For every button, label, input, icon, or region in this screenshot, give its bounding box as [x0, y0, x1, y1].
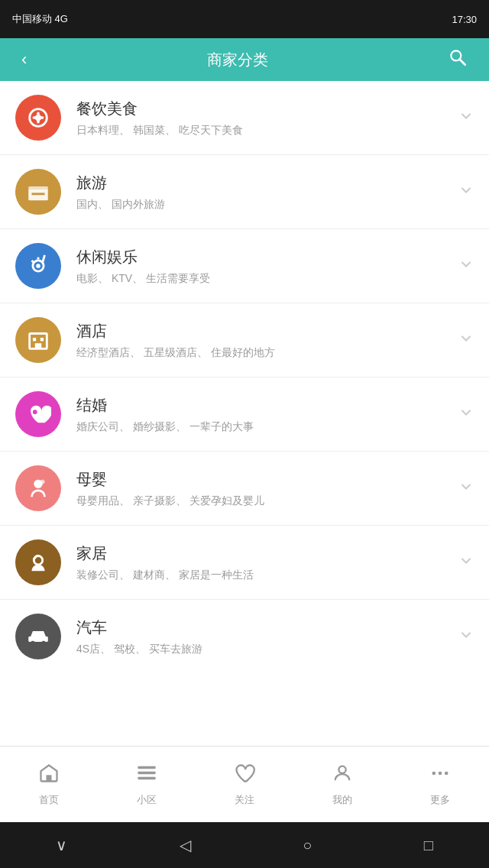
svg-point-9: [36, 264, 40, 268]
svg-rect-5: [32, 193, 45, 195]
car-icon: [15, 614, 61, 659]
home-icon: [15, 539, 61, 585]
baby-name: 母婴: [76, 469, 451, 490]
leisure-arrow: [458, 257, 474, 276]
community-icon: [136, 763, 157, 789]
svg-point-26: [338, 766, 345, 772]
svg-point-15: [33, 410, 37, 414]
mine-icon: [332, 763, 353, 789]
android-home-btn[interactable]: ○: [303, 837, 312, 854]
car-desc: 4S店、 驾校、 买车去旅游: [76, 643, 451, 656]
baby-arrow: [458, 479, 474, 498]
svg-point-27: [432, 771, 436, 775]
svg-rect-12: [33, 338, 36, 341]
more-icon: [429, 763, 451, 789]
leisure-icon: [15, 243, 61, 289]
svg-point-17: [40, 480, 45, 484]
food-name: 餐饮美食: [76, 99, 451, 119]
follow-icon: [234, 763, 255, 789]
home-name: 家居: [76, 543, 451, 564]
travel-desc: 国内、 国内外旅游: [76, 198, 451, 212]
tab-follow-label: 关注: [235, 793, 254, 807]
tab-bar: 首页 小区 关注 我的: [0, 746, 489, 822]
svg-rect-23: [138, 766, 155, 769]
svg-rect-25: [138, 776, 155, 779]
category-item-travel[interactable]: 旅游 国内、 国内外旅游: [0, 155, 489, 229]
category-item-hotel[interactable]: 酒店 经济型酒店、 五星级酒店、 住最好的地方: [0, 303, 489, 377]
svg-point-28: [439, 771, 442, 775]
leisure-desc: 电影、 KTV、 生活需要享受: [76, 272, 451, 286]
baby-text: 母婴 母婴用品、 亲子摄影、 关爱孕妇及婴儿: [76, 469, 451, 508]
svg-point-3: [35, 115, 42, 121]
svg-rect-19: [28, 636, 48, 642]
svg-point-21: [41, 641, 46, 646]
category-item-car[interactable]: 汽车 4S店、 驾校、 买车去旅游: [0, 600, 489, 673]
wedding-desc: 婚庆公司、 婚纱摄影、 一辈子的大事: [76, 420, 451, 434]
hotel-icon: [15, 317, 61, 363]
wedding-text: 结婚 婚庆公司、 婚纱摄影、 一辈子的大事: [76, 395, 451, 434]
hotel-arrow: [458, 331, 474, 350]
category-item-leisure[interactable]: 休闲娱乐 电影、 KTV、 生活需要享受: [0, 229, 489, 303]
status-bar: 中国移动 4G 17:30: [0, 0, 489, 38]
hotel-desc: 经济型酒店、 五星级酒店、 住最好的地方: [76, 346, 451, 360]
carrier-text: 中国移动 4G: [12, 12, 68, 26]
tab-home-label: 首页: [39, 793, 59, 807]
hotel-text: 酒店 经济型酒店、 五星级酒店、 住最好的地方: [76, 321, 451, 360]
tab-more-label: 更多: [430, 793, 450, 807]
home-desc: 装修公司、 建材商、 家居是一种生活: [76, 568, 451, 582]
leisure-text: 休闲娱乐 电影、 KTV、 生活需要享受: [76, 247, 451, 286]
svg-rect-6: [28, 186, 48, 191]
wedding-arrow: [458, 405, 474, 424]
svg-line-1: [460, 60, 465, 65]
svg-rect-14: [35, 343, 42, 348]
travel-arrow: [458, 183, 474, 202]
tab-mine-label: 我的: [332, 793, 352, 807]
android-back-btn[interactable]: ◁: [180, 836, 191, 854]
category-item-food[interactable]: 餐饮美食 日本料理、 韩国菜、 吃尽天下美食: [0, 81, 489, 155]
tab-mine[interactable]: 我的: [324, 755, 361, 815]
page-title: 商家分类: [207, 50, 268, 70]
android-recent-btn[interactable]: □: [424, 837, 433, 854]
android-nav-bar: ∨ ◁ ○ □: [0, 822, 489, 868]
food-desc: 日本料理、 韩国菜、 吃尽天下美食: [76, 124, 451, 138]
search-button[interactable]: [442, 41, 474, 78]
baby-icon: [15, 465, 61, 511]
time-text: 17:30: [452, 14, 477, 25]
wedding-name: 结婚: [76, 395, 451, 416]
home-text: 家居 装修公司、 建材商、 家居是一种生活: [76, 543, 451, 582]
category-item-baby[interactable]: 母婴 母婴用品、 亲子摄影、 关爱孕妇及婴儿: [0, 452, 489, 526]
food-text: 餐饮美食 日本料理、 韩国菜、 吃尽天下美食: [76, 99, 451, 138]
tab-community[interactable]: 小区: [128, 755, 165, 815]
back-button[interactable]: ‹: [15, 44, 33, 76]
car-arrow: [458, 627, 474, 646]
home-icon: [38, 763, 60, 789]
tab-community-label: 小区: [137, 793, 157, 807]
svg-rect-22: [47, 775, 52, 781]
tab-follow[interactable]: 关注: [226, 755, 263, 815]
travel-icon: [15, 169, 61, 215]
food-arrow: [458, 108, 474, 128]
leisure-name: 休闲娱乐: [76, 247, 451, 267]
tab-home[interactable]: 首页: [31, 755, 67, 815]
nav-bar: ‹ 商家分类: [0, 38, 489, 81]
android-down-btn[interactable]: ∨: [56, 836, 67, 854]
category-list: 餐饮美食 日本料理、 韩国菜、 吃尽天下美食 旅游 国内、 国内外旅游 休闲娱乐…: [0, 81, 489, 746]
travel-name: 旅游: [76, 173, 451, 193]
hotel-name: 酒店: [76, 321, 451, 342]
travel-text: 旅游 国内、 国内外旅游: [76, 173, 451, 212]
baby-desc: 母婴用品、 亲子摄影、 关爱孕妇及婴儿: [76, 494, 451, 508]
wedding-icon: [15, 391, 61, 437]
svg-rect-24: [138, 771, 155, 774]
svg-rect-13: [40, 338, 44, 341]
category-item-wedding[interactable]: 结婚 婚庆公司、 婚纱摄影、 一辈子的大事: [0, 377, 489, 452]
car-text: 汽车 4S店、 驾校、 买车去旅游: [76, 617, 451, 656]
car-name: 汽车: [76, 617, 451, 638]
tab-more[interactable]: 更多: [422, 755, 458, 815]
food-icon: [15, 95, 61, 141]
category-item-home[interactable]: 家居 装修公司、 建材商、 家居是一种生活: [0, 526, 489, 600]
svg-point-29: [445, 771, 449, 775]
svg-point-20: [31, 641, 35, 646]
home-arrow: [458, 553, 474, 572]
